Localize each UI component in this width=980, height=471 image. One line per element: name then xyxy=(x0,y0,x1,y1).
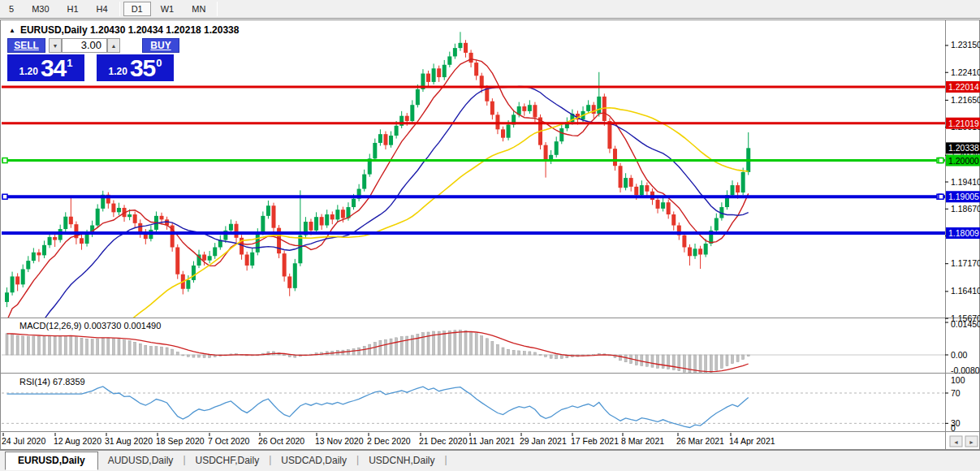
sell-price-display[interactable]: 1.20 34 1 xyxy=(7,54,84,81)
timeframe-toolbar: 5M30H1H4D1W1MN xyxy=(0,0,980,19)
collapse-triangle-icon[interactable]: ▲ xyxy=(9,27,15,34)
chart-title: ▲EURUSD,Daily 1.20430 1.20434 1.20218 1.… xyxy=(9,24,239,36)
chart-tab-bar: EURUSD,DailyAUDUSD,Daily|USDCHF,Daily|US… xyxy=(0,450,980,471)
volume-decrease-button[interactable]: ▼ xyxy=(49,38,62,53)
toolbar-divider xyxy=(217,2,218,16)
sell-price-big: 34 xyxy=(41,56,66,80)
sell-price-small: 1.20 xyxy=(19,66,38,77)
buy-button[interactable]: BUY xyxy=(142,38,179,53)
chart-tab-usdcad[interactable]: USDCAD,Daily xyxy=(271,452,356,466)
timeframe-button-5[interactable]: 5 xyxy=(1,2,22,15)
buy-price-big: 35 xyxy=(130,56,155,80)
timeframe-button-d1[interactable]: D1 xyxy=(123,2,151,16)
toolbar-divider xyxy=(119,2,120,16)
sell-price-sup: 1 xyxy=(67,57,72,69)
timeframe-button-h4[interactable]: H4 xyxy=(89,2,116,15)
timeframe-button-m30[interactable]: M30 xyxy=(24,2,57,15)
chart-window: ▲EURUSD,Daily 1.20430 1.20434 1.20218 1.… xyxy=(0,19,980,450)
sell-button[interactable]: SELL xyxy=(7,38,45,53)
one-click-trade-panel: SELL ▼ 3.00 ▲ BUY 1.20 34 1 1.20 35 0 xyxy=(7,38,179,102)
buy-price-small: 1.20 xyxy=(109,66,127,77)
volume-input[interactable]: 3.00 xyxy=(62,38,107,53)
timeframe-button-h1[interactable]: H1 xyxy=(59,2,87,15)
chart-tab-eurusd[interactable]: EURUSD,Daily xyxy=(5,452,98,470)
buy-price-sup: 0 xyxy=(156,57,162,69)
chart-tab-usdcnh[interactable]: USDCNH,Daily xyxy=(359,452,444,466)
chart-tab-usdchf[interactable]: USDCHF,Daily xyxy=(186,452,270,466)
chart-title-text: EURUSD,Daily 1.20430 1.20434 1.20218 1.2… xyxy=(20,24,240,36)
buy-price-display[interactable]: 1.20 35 0 xyxy=(97,54,174,81)
timeframe-button-mn[interactable]: MN xyxy=(183,2,214,15)
chart-tab-audusd[interactable]: AUDUSD,Daily xyxy=(98,452,183,466)
mt4-window: 5M30H1H4D1W1MN ▲EURUSD,Daily 1.20430 1.2… xyxy=(0,0,980,471)
volume-increase-button[interactable]: ▲ xyxy=(107,38,120,53)
timeframe-button-w1[interactable]: W1 xyxy=(153,2,183,15)
tab-separator: | xyxy=(444,454,447,465)
